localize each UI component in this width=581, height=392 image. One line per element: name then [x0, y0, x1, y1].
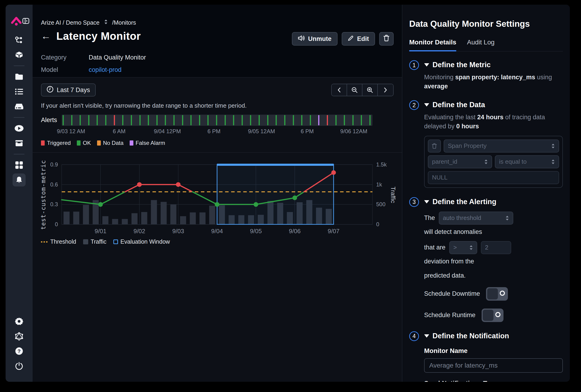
sidebar-item-datasets[interactable]: [12, 136, 26, 151]
alert-tick-ok[interactable]: [199, 115, 200, 125]
alert-tick-ok[interactable]: [293, 115, 294, 125]
alert-tick-ok[interactable]: [182, 115, 183, 125]
sidebar-divider: [14, 117, 24, 118]
chart-legend-item[interactable]: Threshold: [41, 238, 76, 245]
alert-tick-ok[interactable]: [242, 115, 243, 125]
unmute-button[interactable]: Unmute: [292, 32, 338, 46]
alert-tick-ok[interactable]: [156, 115, 158, 125]
alert-tick-ok[interactable]: [258, 115, 260, 125]
alert-tick-ok[interactable]: [276, 115, 277, 125]
sidebar-item-replays[interactable]: [12, 121, 26, 136]
zoom-in-button[interactable]: [362, 84, 378, 96]
power-icon: [15, 362, 23, 370]
schedule-downtime-toggle[interactable]: [486, 287, 508, 301]
alert-tick-ok[interactable]: [148, 115, 149, 125]
filter-field-select[interactable]: parent_id: [428, 155, 492, 168]
delete-button[interactable]: [379, 32, 394, 46]
alert-tick-ok[interactable]: [352, 115, 354, 125]
sidebar-item-help[interactable]: ?: [12, 344, 26, 359]
pan-left-button[interactable]: [332, 84, 347, 96]
alert-tick-ok[interactable]: [190, 115, 192, 125]
alert-tick-ok[interactable]: [301, 115, 302, 125]
alerts-axis-label: 9/06 12AM: [340, 128, 367, 135]
step-title-define-metric[interactable]: Define the Metric: [424, 61, 563, 69]
step-title-define-notification[interactable]: Define the Notification: [424, 332, 563, 340]
legend-swatch: [97, 140, 101, 146]
alert-tick-ok[interactable]: [174, 115, 174, 125]
alerts-timeline[interactable]: [62, 115, 372, 126]
breadcrumb-space[interactable]: Arize AI / Demo Space: [41, 19, 100, 26]
step-title-define-alerting[interactable]: Define the Alerting: [424, 198, 563, 206]
sidebar-item-settings[interactable]: [12, 314, 26, 329]
sidebar-item-list[interactable]: [12, 84, 26, 99]
alerts-legend-item: OK: [77, 140, 91, 146]
sidebar-item-logout[interactable]: [12, 359, 26, 374]
filter-property-select[interactable]: Span Property: [444, 140, 559, 153]
alerts-label: Alerts: [41, 117, 57, 124]
alert-tick-ok[interactable]: [284, 115, 286, 125]
alert-tick-ok[interactable]: [336, 115, 336, 125]
schedule-runtime-toggle[interactable]: [482, 309, 504, 322]
alert-tick-ok[interactable]: [80, 115, 81, 125]
arize-logo-icon[interactable]: [10, 16, 22, 26]
list-icon: [15, 88, 23, 95]
alerting-sentence-3: predicted data.: [424, 272, 563, 279]
alert-tick-ok[interactable]: [267, 115, 268, 125]
panel-toggle-icon[interactable]: [22, 18, 29, 24]
alert-tick-ok[interactable]: [105, 115, 106, 125]
step-title-define-data[interactable]: Define the Data: [424, 101, 563, 109]
filter-operator-select[interactable]: is equal to: [495, 155, 559, 168]
sidebar-item-monitors[interactable]: [12, 174, 26, 187]
sidebar-item-projects[interactable]: [12, 69, 26, 84]
back-button[interactable]: ←: [41, 31, 51, 41]
breadcrumb-section[interactable]: /Monitors: [112, 19, 136, 26]
alert-tick-ok[interactable]: [140, 115, 140, 125]
filter-delete-button[interactable]: [428, 140, 441, 153]
edit-button[interactable]: Edit: [342, 32, 375, 46]
date-range-button[interactable]: Last 7 Days: [41, 83, 96, 96]
metric-chart[interactable]: 00.30.60.905001k1.5k9/019/029/039/049/05…: [46, 157, 394, 233]
chart-legend-item[interactable]: Evaluation Window: [113, 238, 170, 245]
sidebar-item-storage[interactable]: [12, 99, 26, 114]
alert-tick-ok[interactable]: [71, 115, 72, 125]
alert-tick-triggered[interactable]: [327, 115, 328, 125]
monitor-name-input[interactable]: Average for latency_ms: [424, 358, 563, 373]
alert-tick-ok[interactable]: [233, 115, 234, 125]
alert-tick-ok[interactable]: [62, 115, 64, 125]
alert-tick-ok[interactable]: [131, 115, 132, 125]
sidebar-item-graphql[interactable]: [12, 329, 26, 344]
alert-tick-ok[interactable]: [122, 115, 123, 125]
alert-tick-ok[interactable]: [344, 115, 345, 125]
alerts-legend-item: Triggered: [41, 140, 71, 146]
alert-tick-ok[interactable]: [165, 115, 166, 125]
filter-value-input[interactable]: NULL: [428, 171, 559, 184]
alert-tick-ok[interactable]: [370, 115, 370, 125]
sidebar-item-models[interactable]: [12, 47, 26, 62]
zoom-out-button[interactable]: [347, 84, 362, 96]
sidebar-item-apps[interactable]: [12, 158, 26, 173]
space-switcher-icon[interactable]: [104, 19, 108, 26]
alert-tick-ok[interactable]: [225, 115, 226, 125]
alert-tick-ok[interactable]: [310, 115, 311, 125]
pan-right-button[interactable]: [378, 84, 393, 96]
alert-tick-ok[interactable]: [208, 115, 208, 125]
tab-audit-log[interactable]: Audit Log: [467, 39, 494, 51]
alert-tick-triggered[interactable]: [114, 115, 115, 125]
comparison-operator-select[interactable]: >: [449, 241, 477, 254]
alert-tick-ok[interactable]: [250, 115, 251, 125]
alert-tick-ok[interactable]: [361, 115, 362, 125]
model-link[interactable]: copilot-prod: [89, 66, 146, 73]
tab-monitor-details[interactable]: Monitor Details: [409, 39, 456, 51]
dataset-tray-icon: [15, 140, 24, 147]
alert-tick-false_alarm[interactable]: [318, 115, 319, 125]
threshold-mode-select[interactable]: auto threshold: [439, 211, 513, 225]
chart-legend-item[interactable]: Traffic: [83, 238, 106, 245]
sidebar-item-tracing[interactable]: [12, 32, 26, 47]
filter-card: Span Property parent_id is equal to: [424, 136, 563, 188]
alert-tick-ok[interactable]: [216, 115, 217, 125]
deviation-value-input[interactable]: 2: [481, 241, 511, 254]
alert-tick-ok[interactable]: [88, 115, 90, 125]
alert-tick-ok[interactable]: [96, 115, 98, 125]
alerts-legend-item: No Data: [97, 140, 124, 146]
svg-text:500: 500: [376, 201, 386, 207]
